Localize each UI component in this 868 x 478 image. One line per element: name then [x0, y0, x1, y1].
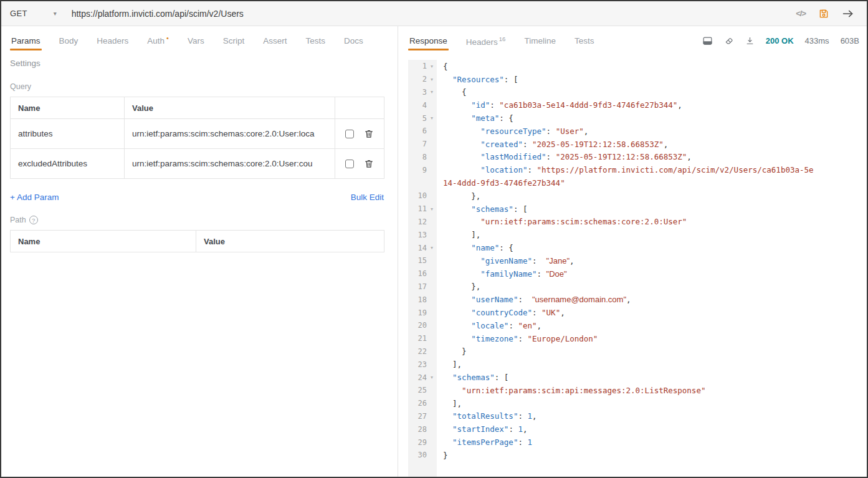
- eraser-icon: [724, 36, 734, 45]
- param-value-field[interactable]: urn:ietf:params:scim:schemas:core:2.0:Us…: [125, 119, 335, 149]
- fold-caret-icon[interactable]: ▾: [427, 375, 437, 380]
- line-number: 28: [408, 425, 427, 434]
- request-bar: GET ▾ https://platform.invicti.com/api/s…: [1, 1, 867, 26]
- query-param-row: attributesurn:ietf:params:scim:schemas:c…: [11, 119, 384, 149]
- line-number: 8: [408, 153, 427, 161]
- code-line: 20 "locale": "en",: [408, 319, 867, 332]
- code-line-text: "urn:ietf:params:scim:api:messages:2.0:L…: [437, 386, 705, 395]
- path-params-table: Name Value: [10, 230, 384, 252]
- code-line-text: "itemsPerPage": 1: [437, 437, 532, 447]
- send-button[interactable]: [842, 9, 854, 19]
- line-number: 4: [408, 101, 427, 110]
- layout-toggle-button[interactable]: [702, 36, 713, 45]
- param-disable-checkbox[interactable]: [345, 130, 354, 138]
- param-disable-checkbox[interactable]: [345, 160, 354, 168]
- line-number: 7: [408, 140, 427, 148]
- clear-response-button[interactable]: [724, 36, 734, 45]
- line-number: 6: [408, 127, 427, 135]
- code-line: 25 "urn:ietf:params:scim:api:messages:2.…: [408, 384, 867, 397]
- code-line-text: "resourceType": "User",: [437, 127, 588, 136]
- delete-param-button[interactable]: [364, 158, 374, 169]
- code-line-text: "created": "2025-05-19T12:12:58.66853Z",: [437, 140, 668, 149]
- app-window: GET ▾ https://platform.invicti.com/api/s…: [0, 0, 868, 478]
- code-line-text: {: [437, 62, 448, 71]
- tab-tests[interactable]: Tests: [305, 28, 327, 53]
- tab-auth[interactable]: Auth•: [146, 28, 170, 53]
- fold-caret-icon[interactable]: ▾: [427, 245, 437, 251]
- query-param-row: excludedAttributesurn:ietf:params:scim:s…: [11, 149, 384, 179]
- chevron-down-icon[interactable]: ▾: [54, 10, 57, 17]
- tab-body[interactable]: Body: [58, 28, 80, 53]
- path-col-name: Name: [11, 231, 196, 252]
- download-icon: [745, 36, 755, 45]
- tab-response[interactable]: Response: [408, 28, 449, 53]
- line-number: 13: [408, 231, 427, 239]
- download-response-button[interactable]: [745, 36, 755, 45]
- tab-params[interactable]: Params: [10, 28, 42, 53]
- line-number: 19: [408, 308, 427, 317]
- code-line: 13 ],: [408, 228, 867, 241]
- tab-assert[interactable]: Assert: [262, 28, 288, 53]
- trash-icon: [364, 158, 374, 169]
- param-value-field[interactable]: urn:ietf:params:scim:schemas:core:2.0:Us…: [125, 149, 335, 179]
- response-body-viewer[interactable]: 1▾{2▾ "Resources": [3▾ {4 "id": "ca61b03…: [408, 60, 867, 477]
- bulk-edit-button[interactable]: Bulk Edit: [351, 193, 384, 202]
- panel-layout-icon: [702, 36, 713, 45]
- code-line: 6 "resourceType": "User",: [408, 125, 867, 138]
- method-select[interactable]: GET: [10, 9, 27, 18]
- tab-vars[interactable]: Vars: [186, 28, 206, 53]
- code-line: 7 "created": "2025-05-19T12:12:58.66853Z…: [408, 138, 867, 151]
- code-line: 1▾{: [408, 60, 867, 73]
- code-line: 3▾ {: [408, 86, 867, 99]
- code-line-text: "userName": "username@domain.com",: [437, 295, 631, 304]
- code-line: 28 "startIndex": 1,: [408, 423, 867, 436]
- help-icon[interactable]: ?: [29, 216, 38, 224]
- code-line: 18 "userName": "username@domain.com",: [408, 293, 867, 306]
- fold-caret-icon[interactable]: ▾: [427, 206, 437, 212]
- code-line-text: "familyName": "Doe": [437, 269, 567, 279]
- response-toolbar: 200 OK 433ms 603B: [702, 36, 859, 45]
- fold-caret-icon[interactable]: ▾: [427, 89, 437, 95]
- code-line: 24▾ "schemas": [: [408, 371, 867, 384]
- tab-headers[interactable]: Headers16: [465, 27, 507, 54]
- path-section-label: Path ?: [10, 216, 389, 224]
- tab-timeline[interactable]: Timeline: [523, 28, 557, 53]
- code-line: 30}: [408, 449, 867, 462]
- line-number: 17: [408, 282, 427, 291]
- query-col-value: Value: [125, 97, 335, 119]
- code-line-text: "totalResults": 1,: [437, 411, 537, 421]
- param-name-field[interactable]: attributes: [11, 119, 125, 149]
- line-number: 30: [408, 451, 427, 459]
- tab-tests[interactable]: Tests: [573, 28, 596, 53]
- trash-icon: [364, 128, 374, 139]
- code-line: 9 "location": "https://platform.invicti.…: [408, 163, 867, 176]
- tab-docs[interactable]: Docs: [343, 28, 365, 53]
- fold-caret-icon[interactable]: ▾: [427, 77, 437, 82]
- response-tabs: ResponseHeaders16TimelineTests: [408, 26, 702, 55]
- generate-code-button[interactable]: </>: [796, 9, 806, 18]
- tab-headers[interactable]: Headers: [95, 28, 130, 53]
- code-line-text: "startIndex": 1,: [437, 424, 528, 434]
- query-section-label: Query: [10, 82, 389, 91]
- code-line-text: },: [437, 191, 480, 201]
- send-arrow-icon: [842, 9, 854, 19]
- code-line-text: "urn:ietf:params:scim:schemas:core:2.0:U…: [437, 217, 687, 226]
- code-line-text: "schemas": [: [437, 373, 508, 382]
- save-button[interactable]: [818, 8, 829, 19]
- param-name-field[interactable]: excludedAttributes: [11, 149, 125, 179]
- tab-settings[interactable]: Settings: [10, 59, 41, 68]
- line-number: 16: [408, 269, 427, 278]
- tab-script[interactable]: Script: [222, 28, 246, 53]
- delete-param-button[interactable]: [364, 128, 374, 139]
- fold-caret-icon[interactable]: ▾: [427, 115, 437, 121]
- line-number: 9: [408, 166, 427, 174]
- url-input[interactable]: https://platform.invicti.com/api/scim/v2…: [72, 9, 796, 19]
- code-line: 5▾ "meta": {: [408, 112, 867, 125]
- fold-caret-icon[interactable]: ▾: [427, 64, 437, 69]
- add-param-button[interactable]: + Add Param: [10, 193, 59, 202]
- code-line-text: "meta": {: [437, 113, 513, 123]
- code-line-text: }: [437, 347, 467, 356]
- request-tabs: ParamsBodyHeadersAuth•VarsScriptAssertTe…: [10, 26, 389, 55]
- code-line-text: "schemas": [: [437, 204, 527, 214]
- line-number: 15: [408, 256, 427, 265]
